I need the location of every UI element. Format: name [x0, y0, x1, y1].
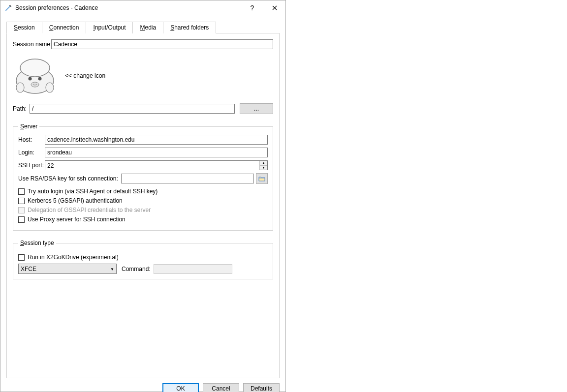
path-row: Path: ...: [13, 103, 273, 114]
login-row: Login:: [18, 148, 268, 157]
kdrive-row: Run in X2GoKDrive (experimental): [18, 254, 268, 261]
command-label: Command:: [122, 266, 151, 272]
auto-login-label: Try auto login (via SSH Agent or default…: [28, 188, 158, 195]
ssh-port-spinner[interactable]: ▲ ▼: [45, 160, 268, 170]
defaults-label: Defaults: [251, 385, 272, 392]
window-title: Session preferences - Cadence: [15, 4, 241, 11]
icon-area: << change icon: [13, 56, 273, 95]
rsa-label: Use RSA/DSA key for ssh connection:: [18, 175, 118, 182]
dialog-window: Session preferences - Cadence ? Session …: [0, 0, 286, 392]
chevron-down-icon: ▼: [110, 267, 114, 271]
session-type-group: Session type Run in X2GoKDrive (experime…: [13, 240, 273, 279]
session-type-legend: Session type: [18, 240, 56, 246]
kdrive-label: Run in X2GoKDrive (experimental): [28, 254, 119, 261]
rsa-key-row: Use RSA/DSA key for ssh connection:: [18, 173, 268, 184]
ssh-port-input[interactable]: [45, 161, 259, 171]
proxy-label: Use Proxy server for SSH connection: [28, 216, 126, 223]
tabs: Session Connection Input/Output Media Sh…: [6, 21, 280, 33]
tab-label: nput/Output: [95, 24, 126, 31]
app-icon: [4, 4, 12, 12]
titlebar: Session preferences - Cadence ?: [0, 0, 285, 15]
proxy-row: Use Proxy server for SSH connection: [18, 216, 268, 223]
svg-point-2: [29, 77, 32, 81]
ssh-port-row: SSH port: ▲ ▼: [18, 160, 268, 170]
host-row: Host:: [18, 135, 268, 145]
ok-button[interactable]: OK: [162, 383, 199, 392]
folder-icon: [258, 176, 265, 181]
path-label: Path:: [13, 105, 30, 112]
server-group: Server Host: Login: SSH port: ▲ ▼: [13, 123, 273, 231]
spin-down-button[interactable]: ▼: [260, 165, 267, 170]
tab-session[interactable]: Session: [6, 22, 42, 33]
defaults-button[interactable]: Defaults: [243, 383, 280, 392]
cancel-button[interactable]: Cancel: [203, 383, 239, 392]
session-type-value: XFCE: [21, 266, 36, 272]
kdrive-checkbox[interactable]: [18, 254, 25, 261]
spinner-buttons: ▲ ▼: [259, 161, 267, 170]
rsa-key-input[interactable]: [121, 174, 254, 183]
tab-label: edia: [145, 24, 156, 31]
svg-point-6: [46, 83, 54, 92]
session-type-row: XFCE ▼ Command:: [18, 264, 268, 274]
session-name-row: Session name:: [13, 39, 273, 49]
auto-login-row: Try auto login (via SSH Agent or default…: [18, 188, 268, 195]
tab-io[interactable]: Input/Output: [86, 22, 133, 33]
delegation-checkbox: [18, 207, 25, 213]
auto-login-checkbox[interactable]: [18, 188, 25, 195]
host-label: Host:: [18, 136, 45, 143]
help-button[interactable]: ?: [241, 0, 263, 15]
proxy-checkbox[interactable]: [18, 216, 25, 223]
tab-label: onnection: [53, 24, 79, 31]
svg-point-5: [16, 83, 24, 92]
login-input[interactable]: [45, 148, 268, 157]
tab-label: ession: [18, 24, 35, 31]
path-input[interactable]: [30, 104, 235, 114]
kerberos-label: Kerberos 5 (GSSAPI) authentication: [28, 197, 123, 204]
spin-up-button[interactable]: ▲: [260, 161, 267, 165]
svg-point-1: [20, 59, 50, 77]
tab-label: hared folders: [174, 24, 209, 31]
tab-connection[interactable]: Connection: [42, 22, 87, 33]
ssh-port-label: SSH port:: [18, 162, 45, 169]
browse-label: ...: [254, 105, 259, 112]
login-label: Login:: [18, 149, 45, 156]
host-input[interactable]: [45, 135, 268, 145]
change-icon-link[interactable]: << change icon: [65, 72, 105, 79]
session-type-combo[interactable]: XFCE ▼: [18, 264, 117, 274]
tab-shared[interactable]: Shared folders: [163, 22, 216, 33]
tab-panel-session: Session name: <<: [6, 33, 280, 378]
delegation-row: Delegation of GSSAPI credentials to the …: [18, 207, 268, 213]
cancel-label: Cancel: [212, 385, 230, 392]
svg-point-4: [31, 82, 39, 87]
kerberos-row: Kerberos 5 (GSSAPI) authentication: [18, 197, 268, 204]
command-input: [154, 264, 232, 274]
dialog-button-bar: OK Cancel Defaults: [0, 378, 285, 392]
session-icon[interactable]: [13, 56, 57, 95]
delegation-label: Delegation of GSSAPI credentials to the …: [28, 207, 151, 213]
session-name-label: Session name:: [13, 41, 51, 48]
server-legend: Server: [18, 123, 39, 130]
ok-label: OK: [176, 385, 185, 392]
rsa-browse-button[interactable]: [256, 173, 268, 184]
session-name-input[interactable]: [51, 39, 273, 49]
dialog-content: Session Connection Input/Output Media Sh…: [0, 15, 285, 378]
close-button[interactable]: [263, 0, 285, 15]
kerberos-checkbox[interactable]: [18, 198, 25, 204]
svg-point-3: [38, 77, 42, 81]
path-browse-button[interactable]: ...: [240, 103, 273, 114]
tab-media[interactable]: Media: [132, 22, 163, 33]
